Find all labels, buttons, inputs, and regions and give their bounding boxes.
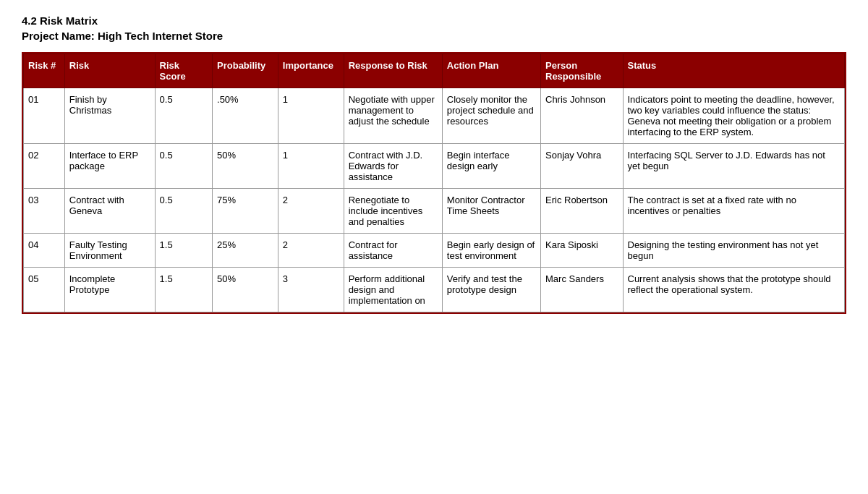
cell-num: 02 xyxy=(24,144,65,189)
table-row: 05Incomplete Prototype1.550%3Perform add… xyxy=(24,268,845,312)
cell-risk: Faulty Testing Environment xyxy=(64,234,155,268)
cell-score: 1.5 xyxy=(155,268,212,312)
cell-status: Current analysis shows that the prototyp… xyxy=(623,268,845,312)
cell-importance: 2 xyxy=(278,189,344,234)
header-response: Response to Risk xyxy=(344,54,442,88)
cell-probability: .50% xyxy=(213,88,278,144)
cell-score: 0.5 xyxy=(155,189,212,234)
cell-risk: Interface to ERP package xyxy=(64,144,155,189)
cell-probability: 75% xyxy=(213,189,278,234)
cell-score: 1.5 xyxy=(155,234,212,268)
cell-probability: 50% xyxy=(213,268,278,312)
cell-num: 04 xyxy=(24,234,65,268)
cell-importance: 2 xyxy=(278,234,344,268)
page-title: 4.2 Risk Matrix xyxy=(22,14,846,27)
cell-action-plan: Monitor Contractor Time Sheets xyxy=(442,189,540,234)
table-row: 02Interface to ERP package0.550%1Contrac… xyxy=(24,144,845,189)
header-action-plan: Action Plan xyxy=(442,54,540,88)
table-wrapper: Risk # Risk Risk Score Probability Impor… xyxy=(22,52,846,314)
cell-person: Marc Sanders xyxy=(541,268,624,312)
cell-response: Renegotiate to include incentives and pe… xyxy=(344,189,442,234)
cell-num: 03 xyxy=(24,189,65,234)
cell-status: The contract is set at a fixed rate with… xyxy=(623,189,845,234)
cell-risk: Incomplete Prototype xyxy=(64,268,155,312)
risk-matrix-table: Risk # Risk Risk Score Probability Impor… xyxy=(23,54,845,312)
cell-importance: 1 xyxy=(278,144,344,189)
table-row: 01Finish by Christmas0.5.50%1Negotiate w… xyxy=(24,88,845,144)
cell-person: Kara Siposki xyxy=(541,234,624,268)
cell-response: Perform additional design and implementa… xyxy=(344,268,442,312)
cell-num: 01 xyxy=(24,88,65,144)
header-risk-score: Risk Score xyxy=(155,54,212,88)
table-row: 03Contract with Geneva0.575%2Renegotiate… xyxy=(24,189,845,234)
cell-status: Interfacing SQL Server to J.D. Edwards h… xyxy=(623,144,845,189)
page-subtitle: Project Name: High Tech Internet Store xyxy=(22,30,846,42)
header-risk-num: Risk # xyxy=(24,54,65,88)
header-person: Person Responsible xyxy=(541,54,624,88)
cell-status: Designing the testing environment has no… xyxy=(623,234,845,268)
cell-num: 05 xyxy=(24,268,65,312)
cell-score: 0.5 xyxy=(155,88,212,144)
cell-risk: Finish by Christmas xyxy=(64,88,155,144)
cell-importance: 1 xyxy=(278,88,344,144)
cell-status: Indicators point to meeting the deadline… xyxy=(623,88,845,144)
cell-probability: 25% xyxy=(213,234,278,268)
cell-response: Contract for assistance xyxy=(344,234,442,268)
cell-importance: 3 xyxy=(278,268,344,312)
cell-person: Sonjay Vohra xyxy=(541,144,624,189)
header-risk: Risk xyxy=(64,54,155,88)
cell-score: 0.5 xyxy=(155,144,212,189)
cell-action-plan: Closely monitor the project schedule and… xyxy=(442,88,540,144)
table-row: 04Faulty Testing Environment1.525%2Contr… xyxy=(24,234,845,268)
header-status: Status xyxy=(623,54,845,88)
cell-response: Contract with J.D. Edwards for assistanc… xyxy=(344,144,442,189)
cell-person: Chris Johnson xyxy=(541,88,624,144)
cell-action-plan: Begin early design of test environment xyxy=(442,234,540,268)
cell-probability: 50% xyxy=(213,144,278,189)
header-importance: Importance xyxy=(278,54,344,88)
cell-person: Eric Robertson xyxy=(541,189,624,234)
cell-action-plan: Begin interface design early xyxy=(442,144,540,189)
cell-risk: Contract with Geneva xyxy=(64,189,155,234)
table-header-row: Risk # Risk Risk Score Probability Impor… xyxy=(24,54,845,88)
header-probability: Probability xyxy=(213,54,278,88)
cell-action-plan: Verify and test the prototype design xyxy=(442,268,540,312)
cell-response: Negotiate with upper management to adjus… xyxy=(344,88,442,144)
